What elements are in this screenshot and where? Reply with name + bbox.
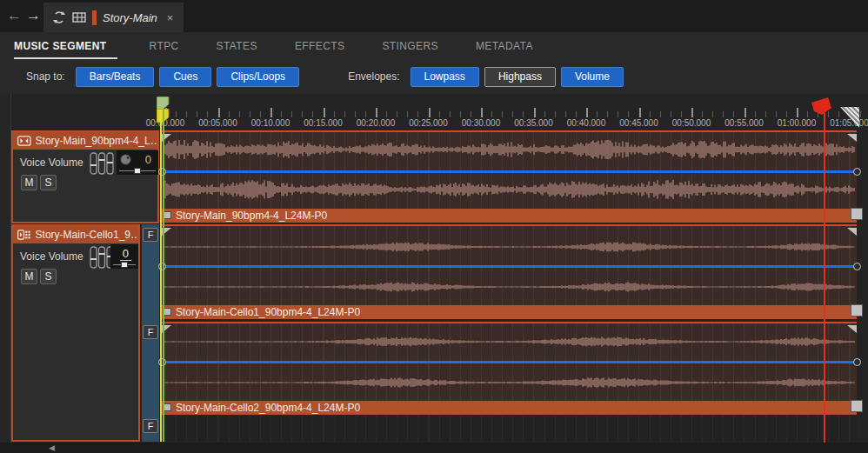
scroll-left-icon[interactable]: ◀ <box>49 443 55 453</box>
envelope-lowpass-button[interactable]: Lowpass <box>411 67 479 87</box>
clip-right-handle[interactable] <box>851 208 863 220</box>
voice-volume-label: Voice Volume <box>20 157 83 169</box>
ruler-time-label: 00:55.000 <box>716 118 773 128</box>
ruler-tick <box>576 111 577 117</box>
section-tabs: MUSIC SEGMENT RTPC STATES EFFECTS STINGE… <box>0 32 868 59</box>
volume-knob-icon[interactable] <box>120 154 131 165</box>
voice-volume-field[interactable]: 0 <box>117 150 158 175</box>
tab-stingers[interactable]: STINGERS <box>382 32 444 59</box>
slider-thumb[interactable] <box>134 168 141 174</box>
time-ruler[interactable]: 00:00.00000:05.00000:10.00000:15.00000:2… <box>0 94 868 130</box>
ruler-tick <box>460 111 461 117</box>
envelope-node-right[interactable] <box>853 168 861 176</box>
empty-subtrack-lane[interactable] <box>162 416 857 442</box>
tab-title: Story-Main <box>103 11 157 24</box>
voice-volume-value[interactable]: 0 <box>120 247 131 261</box>
fade-button-subtrack-3[interactable]: F <box>143 419 158 433</box>
ruler-tick <box>512 111 513 117</box>
ruler-tick <box>397 111 397 117</box>
envelopes-label: Envelopes: <box>348 70 399 83</box>
ruler-time-label: 00:15.000 <box>295 118 352 128</box>
ruler-tick <box>544 111 545 117</box>
faders-icon[interactable] <box>90 152 114 175</box>
ruler-tick <box>481 108 483 117</box>
sync-recycle-icon <box>52 11 66 23</box>
sequence-track-icon <box>17 230 31 240</box>
ruler-tick <box>523 111 524 117</box>
solo-button[interactable]: S <box>40 175 57 190</box>
mute-button[interactable]: M <box>21 175 37 190</box>
clip-name-bar[interactable]: Story-Main_90bpm4-4_L24M-P0 <box>162 209 857 223</box>
ruler-tick <box>786 111 787 117</box>
clip-left-handle[interactable] <box>164 403 171 411</box>
snap-clips-loops-button[interactable]: Clips/Loops <box>217 67 299 87</box>
voice-volume-slider[interactable] <box>119 170 156 171</box>
back-arrow-icon[interactable]: ← <box>7 5 22 26</box>
ruler-tick <box>260 111 261 117</box>
ruler-tick <box>291 111 292 117</box>
ruler-tick <box>555 111 556 117</box>
envelope-node-right[interactable] <box>853 263 861 270</box>
ruler-tick <box>355 111 356 117</box>
clip-name-bar[interactable]: Story-Main-Cello1_90bpm4-4_L24M-P0 <box>162 305 857 319</box>
fade-button-subtrack-1[interactable]: F <box>143 228 158 242</box>
volume-envelope-line[interactable] <box>162 265 857 268</box>
fade-button-subtrack-2[interactable]: F <box>143 325 158 339</box>
tab-rtpc[interactable]: RTPC <box>150 32 184 59</box>
title-bar: ← → Story-Main × <box>0 0 868 32</box>
playhead-flag[interactable] <box>811 97 833 117</box>
horizontal-scrollbar[interactable]: ◀ <box>0 443 868 453</box>
forward-arrow-icon[interactable]: → <box>26 5 41 26</box>
playhead-line[interactable] <box>824 113 825 443</box>
clip-name-bar[interactable]: Story-Main-Cello2_90bpm4-4_L24M-P0 <box>162 401 857 415</box>
solo-button[interactable]: S <box>40 269 57 284</box>
ruler-time-label: 00:45.000 <box>611 118 668 128</box>
music-segment-editor: ← → Story-Main × MUSIC SEGMENT RTPC STAT… <box>0 0 868 453</box>
timeline-editor: 00:00.00000:05.00000:10.00000:15.00000:2… <box>0 94 868 443</box>
ruler-tick <box>691 108 693 117</box>
ruler-tick <box>386 111 387 117</box>
ruler-tick <box>534 108 536 117</box>
ruler-time-label: 00:25.000 <box>400 118 457 128</box>
track-title: Story-Main_90bpm4-4_L… <box>36 135 157 147</box>
entry-cue-line[interactable] <box>163 110 164 442</box>
ruler-tick <box>607 111 608 117</box>
ruler-time-label: 01:05.000 <box>821 118 868 128</box>
clip-cello1[interactable]: Story-Main-Cello1_90bpm4-4_L24M-P0 <box>162 224 857 319</box>
snap-cues-button[interactable]: Cues <box>159 67 211 87</box>
tab-effects[interactable]: EFFECTS <box>295 32 350 59</box>
clip-left-handle[interactable] <box>164 308 171 316</box>
ruler-tick <box>712 111 713 117</box>
envelope-node-right[interactable] <box>853 358 861 366</box>
envelope-volume-button[interactable]: Volume <box>561 67 624 87</box>
ruler-tick <box>565 111 566 117</box>
tab-metadata[interactable]: METADATA <box>476 32 538 59</box>
track-title-bar[interactable]: Story-Main_90bpm4-4_L… <box>13 132 157 150</box>
tab-music-segment[interactable]: MUSIC SEGMENT <box>14 32 117 59</box>
track-header-story-main[interactable]: Story-Main_90bpm4-4_L… Voice Volume 0 <box>11 130 159 223</box>
snap-bars-beats-button[interactable]: Bars/Beats <box>76 67 155 87</box>
voice-volume-slider[interactable] <box>113 264 136 265</box>
volume-envelope-line[interactable] <box>162 361 857 363</box>
volume-envelope-line[interactable] <box>162 170 857 173</box>
track-title-bar[interactable]: Story-Main-Cello1_9… <box>13 226 138 243</box>
clip-right-handle[interactable] <box>851 400 863 412</box>
ruler-tick <box>628 111 629 117</box>
editor-toolbar: Snap to: Bars/Beats Cues Clips/Loops Env… <box>0 59 868 94</box>
ruler-tick <box>197 111 197 117</box>
ruler-tick <box>681 111 682 117</box>
clip-right-handle[interactable] <box>851 304 863 316</box>
clip-cello2[interactable]: Story-Main-Cello2_90bpm4-4_L24M-P0 <box>162 322 857 415</box>
close-icon[interactable]: × <box>167 11 174 24</box>
track-header-cello[interactable]: Story-Main-Cello1_9… Voice Volume 0 M S <box>11 224 140 442</box>
slider-thumb[interactable] <box>121 262 128 268</box>
voice-volume-field[interactable]: 0 <box>110 244 138 269</box>
clip-story-main[interactable]: Story-Main_90bpm4-4_L24M-P0 <box>162 130 857 223</box>
clip-left-handle[interactable] <box>164 211 171 219</box>
mute-button[interactable]: M <box>21 269 37 284</box>
tab-states[interactable]: STATES <box>217 32 263 59</box>
envelope-highpass-button[interactable]: Highpass <box>484 67 556 87</box>
voice-volume-value[interactable]: 0 <box>145 153 151 166</box>
document-tab[interactable]: Story-Main × <box>43 3 184 32</box>
ruler-time-label: 00:40.000 <box>558 118 615 128</box>
